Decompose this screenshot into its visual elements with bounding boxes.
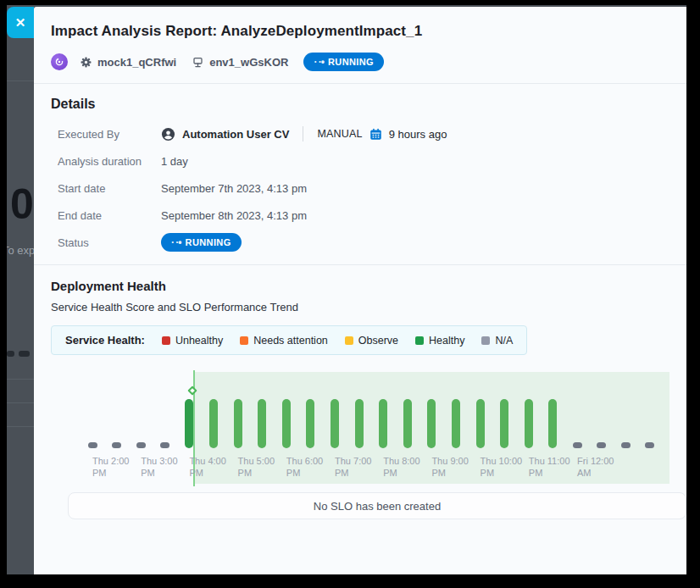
detail-row: Analysis duration 1 day — [51, 147, 666, 175]
x-axis-label: Thu 7:00 PM — [335, 455, 371, 479]
deployment-health-heading: Deployment Health — [51, 279, 666, 293]
health-score-bar[interactable] — [525, 399, 533, 448]
x-axis-label: Thu 4:00 PM — [189, 455, 225, 479]
slo-empty-message: No SLO has been created — [314, 500, 441, 513]
x-axis-label: Thu 9:00 PM — [431, 455, 468, 479]
service-health-legend: Service Health: Unhealthy Needs attentio… — [51, 325, 527, 355]
running-pulse-icon: · ·• — [314, 56, 324, 68]
health-score-bar[interactable] — [234, 399, 242, 448]
x-axis-label-meridiem: PM — [141, 467, 177, 479]
status-badge-label: RUNNING — [328, 57, 374, 67]
health-score-bar[interactable] — [597, 442, 606, 448]
x-axis-label: Thu 10:00 PM — [481, 455, 523, 479]
legend-item: Observe — [345, 335, 398, 347]
x-axis-label: Fri 12:00 AM — [577, 455, 614, 479]
legend-swatch — [240, 336, 248, 345]
health-score-bar[interactable] — [185, 399, 193, 448]
health-score-bar[interactable] — [306, 399, 314, 448]
environment-meta[interactable]: env1_wGsKOR — [192, 56, 288, 69]
health-score-bar[interactable] — [403, 399, 412, 448]
health-score-bar[interactable] — [476, 399, 485, 448]
deployment-health-subtitle: Service Health Score and SLO Performance… — [51, 301, 666, 313]
detail-value: September 8th 2023, 4:13 pm — [161, 209, 307, 222]
health-score-bar[interactable] — [112, 442, 121, 448]
status-badge: · ·• RUNNING — [303, 53, 384, 71]
status-badge: · ·• RUNNING — [161, 233, 242, 252]
trigger-type: MANUAL — [317, 128, 362, 140]
health-score-bar[interactable] — [160, 442, 169, 448]
legend-label: Needs attention — [253, 335, 328, 347]
health-score-bar[interactable] — [621, 442, 631, 448]
x-axis-label-time: Thu 5:00 — [238, 455, 275, 467]
legend-item: Needs attention — [240, 335, 328, 347]
x-axis-label-meridiem: PM — [529, 467, 570, 479]
page-title: Impact Analysis Report: AnalyzeDeploymen… — [51, 23, 666, 40]
x-axis-label-meridiem: PM — [92, 467, 129, 479]
service-meta[interactable]: mock1_qCRfwi — [80, 56, 176, 69]
legend-swatch — [481, 336, 490, 345]
health-score-bar[interactable] — [452, 399, 460, 448]
legend-label: Unhealthy — [175, 335, 223, 347]
executed-time-ago: 9 hours ago — [389, 128, 447, 141]
executed-by-user: Automation User CV — [182, 128, 289, 141]
details-heading: Details — [51, 97, 666, 112]
detail-label: Status — [58, 236, 161, 249]
x-axis-label-meridiem: PM — [383, 467, 419, 479]
detail-row-status: Status · ·• RUNNING — [51, 229, 666, 256]
health-score-bar[interactable] — [355, 399, 364, 448]
detail-row: End date September 8th 2023, 4:13 pm — [51, 202, 666, 229]
x-axis-label: Thu 3:00 PM — [141, 455, 177, 479]
health-score-bar[interactable] — [500, 399, 508, 448]
health-score-bar[interactable] — [136, 442, 146, 448]
x-axis-label: Thu 8:00 PM — [383, 455, 419, 479]
details-section: Details Executed By Automation User CV M… — [34, 84, 686, 265]
slo-empty-state: No SLO has been created — [68, 492, 686, 519]
x-axis-label-meridiem: PM — [286, 467, 323, 479]
gear-icon — [80, 56, 92, 69]
x-axis-label-time: Thu 7:00 — [335, 455, 371, 467]
health-score-bar[interactable] — [427, 399, 436, 448]
legend-label: Observe — [358, 335, 398, 347]
health-score-bar[interactable] — [88, 442, 97, 448]
health-score-bar[interactable] — [573, 442, 582, 448]
x-axis-label-time: Thu 4:00 — [189, 455, 225, 467]
environment-icon — [192, 56, 204, 69]
health-score-bar[interactable] — [258, 399, 266, 448]
x-axis-label-meridiem: PM — [335, 467, 371, 479]
running-pulse-icon: · ·• — [171, 236, 181, 248]
detail-value: September 7th 2023, 4:13 pm — [161, 182, 307, 195]
deployment-health-section: Deployment Health Service Health Score a… — [34, 265, 686, 519]
detail-label: Start date — [58, 182, 161, 195]
backdrop-icon — [7, 351, 14, 357]
x-axis-label-meridiem: PM — [431, 467, 468, 479]
x-axis-label-time: Thu 11:00 — [529, 455, 570, 467]
detail-value: 1 day — [161, 155, 188, 168]
x-axis-label-time: Thu 3:00 — [141, 455, 177, 467]
health-score-bar[interactable] — [331, 399, 339, 448]
x-axis-label: Thu 6:00 PM — [286, 455, 323, 479]
x-axis-label: Thu 5:00 PM — [238, 455, 275, 479]
health-score-bar[interactable] — [282, 399, 291, 448]
x-axis-label-time: Fri 12:00 — [577, 455, 614, 467]
close-icon: ✕ — [15, 15, 26, 31]
x-axis-label-time: Thu 2:00 — [92, 455, 129, 467]
x-axis-label: Thu 11:00 PM — [529, 455, 570, 479]
close-button[interactable]: ✕ — [7, 7, 34, 38]
legend-swatch — [415, 336, 424, 345]
health-score-bar[interactable] — [548, 399, 557, 448]
x-axis-label-time: Thu 8:00 — [383, 455, 419, 467]
health-chart: Thu 2:00 PM Thu 3:00 PM Thu 4:00 PM Thu … — [51, 363, 669, 489]
health-score-bar[interactable] — [379, 399, 387, 448]
detail-label: Executed By — [58, 128, 161, 141]
backdrop-icon — [19, 351, 30, 357]
legend-item: Healthy — [415, 335, 464, 347]
legend-item: N/A — [481, 335, 513, 347]
service-name: mock1_qCRfwi — [97, 56, 176, 69]
health-score-bar[interactable] — [209, 399, 218, 448]
backdrop-metric-value: 0 — [10, 180, 33, 229]
health-score-bar[interactable] — [645, 442, 654, 448]
x-axis-label-meridiem: PM — [238, 467, 275, 479]
legend-swatch — [345, 336, 353, 345]
legend-item: Unhealthy — [162, 335, 223, 347]
drawer-header: Impact Analysis Report: AnalyzeDeploymen… — [34, 7, 686, 84]
